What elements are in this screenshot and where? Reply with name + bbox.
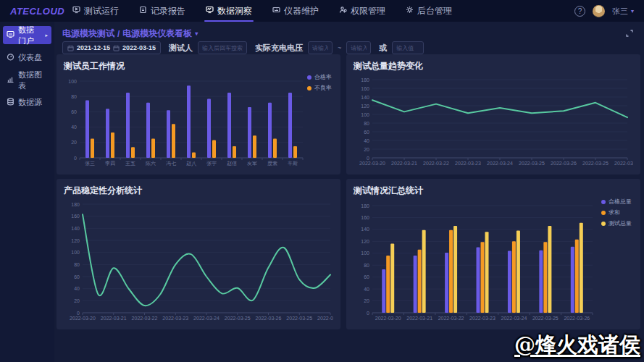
- svg-text:40: 40: [364, 287, 369, 292]
- voltage-max-input[interactable]: [346, 41, 371, 54]
- calendar-icon: [113, 41, 120, 54]
- nav-item-label: 权限管理: [351, 5, 385, 17]
- svg-text:李四: 李四: [105, 161, 115, 167]
- left-sidebar: 数据门户 ▸ 仪表盘 数据图表 数据源: [0, 22, 54, 362]
- svg-text:2022-03-26: 2022-03-26: [256, 316, 282, 321]
- chart-title: 测试总量趋势变化: [354, 60, 633, 72]
- top-navbar: ATECLOUD 测试运行 记录报告 数据洞察: [0, 0, 644, 22]
- tester-input[interactable]: [198, 41, 247, 54]
- user-name: 张三: [612, 6, 628, 17]
- main-content: 电源模块测试 / 电源模块仪表看板 ▾ 2021-12-15 2022-03-1…: [54, 22, 644, 362]
- voltage-min-input[interactable]: [308, 41, 333, 54]
- sidebar-item-label: 数据源: [18, 97, 42, 108]
- user-avatar[interactable]: [593, 5, 605, 17]
- chart-title: 产品稳定性分析统计: [64, 185, 333, 197]
- svg-text:100: 100: [361, 112, 369, 117]
- admin-icon: [406, 6, 414, 16]
- svg-text:140: 140: [71, 226, 80, 231]
- svg-text:2022-03-20: 2022-03-20: [70, 316, 96, 321]
- panel-total-trend: 测试总量趋势变化 0204060801001201401601802022-03…: [346, 54, 640, 174]
- legend-item[interactable]: 测试总量: [601, 219, 632, 227]
- instrument-maintain-icon: [272, 6, 280, 16]
- watermark: @烽火戏诸侯: [514, 331, 640, 360]
- nav-item-label: 仪器维护: [284, 5, 319, 17]
- svg-text:2022-03-21: 2022-03-21: [101, 316, 127, 321]
- svg-text:40: 40: [71, 125, 77, 130]
- svg-text:0: 0: [367, 311, 369, 316]
- sidebar-item-data-source[interactable]: 数据源: [3, 93, 51, 111]
- total-trend-line-chart[interactable]: 0204060801001201401601802022-03-202022-0…: [354, 74, 633, 169]
- svg-text:2022-03-25: 2022-03-25: [582, 161, 609, 166]
- svg-text:2022-03-25: 2022-03-25: [519, 161, 545, 166]
- svg-text:80: 80: [74, 262, 80, 267]
- svg-text:2022-03-25: 2022-03-25: [286, 316, 312, 321]
- svg-text:2022-03-23: 2022-03-23: [469, 316, 495, 321]
- svg-text:120: 120: [361, 104, 369, 109]
- sidebar-item-label: 数据图表: [18, 70, 48, 91]
- svg-text:2022-03-26: 2022-03-26: [551, 161, 577, 166]
- legend-label: 合格率: [314, 73, 332, 81]
- chevron-down-icon: ▾: [631, 8, 634, 14]
- value-input[interactable]: [392, 41, 424, 54]
- legend-label: 合格总量: [609, 198, 632, 206]
- user-menu[interactable]: 张三 ▾: [612, 6, 634, 17]
- nav-item-permission[interactable]: 权限管理: [333, 0, 391, 22]
- svg-text:160: 160: [361, 86, 369, 91]
- svg-text:80: 80: [71, 94, 77, 99]
- voltage-label: 实际充电电压: [255, 43, 303, 54]
- tester-label: 测试人: [169, 43, 193, 54]
- nav-item-admin[interactable]: 后台管理: [400, 0, 458, 22]
- legend-label: 不良率: [314, 84, 332, 92]
- date-start-value: 2021-12-15: [77, 44, 110, 51]
- svg-text:2022-03-22: 2022-03-22: [132, 316, 158, 321]
- svg-text:120: 120: [71, 238, 80, 243]
- help-icon[interactable]: ?: [574, 6, 585, 17]
- svg-text:100: 100: [68, 79, 77, 84]
- legend-dot-icon: [601, 222, 606, 226]
- nav-item-data-insight[interactable]: 数据洞察: [200, 0, 258, 22]
- navbar-right: ? 张三 ▾: [574, 5, 634, 17]
- legend-item[interactable]: 不良率: [307, 84, 332, 92]
- sidebar-item-label: 数据门户: [18, 25, 41, 46]
- nav-item-label: 测试运行: [84, 5, 119, 17]
- svg-text:140: 140: [361, 95, 369, 100]
- nav-item-record-report[interactable]: 记录报告: [133, 0, 191, 22]
- svg-text:100: 100: [361, 251, 369, 256]
- product-stability-line-chart[interactable]: 0204060801001201401601802022-03-202022-0…: [64, 198, 333, 324]
- panel-product-stability: 产品稳定性分析统计 0204060801001201401601802022-0…: [57, 179, 340, 329]
- fullscreen-button[interactable]: [625, 28, 634, 41]
- legend-item[interactable]: 求和: [601, 209, 632, 216]
- svg-text:辛斯: 辛斯: [288, 161, 298, 166]
- data-chart-icon: [7, 75, 14, 85]
- legend-label: 测试总量: [609, 219, 632, 227]
- nav-item-test-run[interactable]: 测试运行: [67, 0, 125, 22]
- svg-text:赵八: 赵八: [186, 161, 196, 167]
- nav-item-instrument-maintain[interactable]: 仪器维护: [267, 0, 325, 22]
- chart-legend: 合格总量求和测试总量: [601, 198, 632, 227]
- legend-item[interactable]: 合格总量: [601, 198, 632, 206]
- svg-text:2022-03-20: 2022-03-20: [359, 161, 385, 166]
- svg-text:160: 160: [361, 215, 369, 220]
- data-insight-icon: [206, 6, 214, 16]
- svg-text:2022-03-26: 2022-03-26: [614, 161, 633, 166]
- sidebar-item-dashboard[interactable]: 仪表盘: [3, 49, 51, 67]
- dashboard-icon: [7, 53, 14, 62]
- svg-text:2022-03-23: 2022-03-23: [162, 316, 188, 321]
- legend-dot-icon: [601, 211, 606, 215]
- or-label: 或: [379, 43, 387, 54]
- tester-work-bar-chart[interactable]: 020406080100张三李四王五陈六冯七赵八张宇赵信友军度素辛斯: [64, 74, 333, 169]
- svg-text:60: 60: [364, 130, 369, 135]
- date-range-picker[interactable]: 2021-12-15 2022-03-15: [62, 41, 161, 54]
- atecloud-logo: ATECLOUD: [10, 6, 61, 17]
- permission-icon: [339, 6, 347, 16]
- test-summary-bar-chart[interactable]: 0204060801001201401601802022-03-202022-0…: [354, 198, 633, 324]
- legend-item[interactable]: 合格率: [307, 73, 332, 81]
- svg-text:20: 20: [364, 147, 369, 152]
- chart-legend: 合格率不良率: [307, 73, 332, 92]
- sidebar-item-data-portal[interactable]: 数据门户 ▸: [3, 26, 51, 44]
- sidebar-item-data-chart[interactable]: 数据图表: [3, 71, 51, 89]
- date-end-value: 2022-03-15: [122, 44, 156, 51]
- svg-text:120: 120: [361, 239, 369, 244]
- svg-text:2022-03-25: 2022-03-25: [532, 316, 559, 321]
- svg-text:140: 140: [361, 227, 369, 232]
